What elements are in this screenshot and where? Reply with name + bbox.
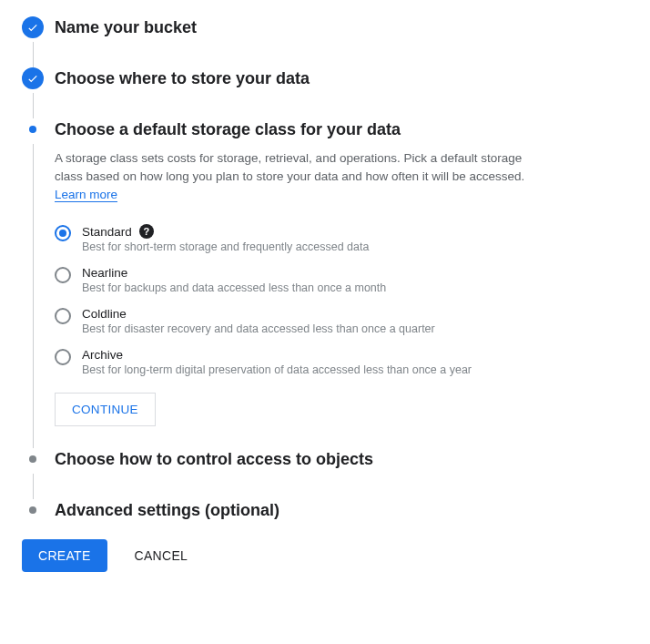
step-title[interactable]: Choose where to store your data — [55, 67, 628, 89]
cancel-button[interactable]: CANCEL — [135, 548, 188, 563]
option-standard[interactable]: Standard ? Best for short-term storage a… — [55, 224, 628, 253]
step-access-control: Choose how to control access to objects — [22, 448, 628, 499]
step-title[interactable]: Advanced settings (optional) — [55, 499, 628, 521]
option-sublabel: Best for disaster recovery and data acce… — [82, 322, 435, 335]
step-advanced: Advanced settings (optional) — [22, 499, 628, 521]
pending-dot-icon — [22, 499, 44, 521]
option-sublabel: Best for long-term digital preservation … — [82, 363, 472, 376]
check-icon — [22, 16, 44, 38]
radio-icon[interactable] — [55, 349, 71, 365]
radio-icon[interactable] — [55, 308, 71, 324]
step-title[interactable]: Name your bucket — [55, 16, 628, 38]
footer-actions: CREATE CANCEL — [22, 539, 628, 572]
pending-dot-icon — [22, 448, 44, 470]
step-name-bucket: Name your bucket — [22, 16, 628, 67]
radio-icon[interactable] — [55, 225, 71, 241]
option-label: Archive — [82, 348, 472, 362]
option-label: Nearline — [82, 266, 386, 280]
step-title[interactable]: Choose how to control access to objects — [55, 448, 628, 470]
active-dot-icon — [22, 118, 44, 140]
step-storage-class: Choose a default storage class for your … — [22, 118, 628, 448]
option-coldline[interactable]: Coldline Best for disaster recovery and … — [55, 307, 628, 335]
storage-class-options: Standard ? Best for short-term storage a… — [55, 224, 628, 376]
radio-icon[interactable] — [55, 267, 71, 283]
learn-more-link[interactable]: Learn more — [55, 188, 117, 202]
option-label: Standard — [82, 225, 132, 239]
option-sublabel: Best for short-term storage and frequent… — [82, 240, 369, 253]
stepper: Name your bucket Choose where to store y… — [22, 16, 628, 521]
step-location: Choose where to store your data — [22, 67, 628, 118]
step-description: A storage class sets costs for storage, … — [55, 149, 528, 204]
step-title: Choose a default storage class for your … — [55, 118, 628, 140]
option-sublabel: Best for backups and data accessed less … — [82, 281, 386, 294]
help-icon[interactable]: ? — [139, 224, 154, 239]
continue-button[interactable]: CONTINUE — [55, 393, 156, 426]
option-nearline[interactable]: Nearline Best for backups and data acces… — [55, 266, 628, 294]
create-button[interactable]: CREATE — [22, 539, 107, 572]
option-archive[interactable]: Archive Best for long-term digital prese… — [55, 348, 628, 376]
check-icon — [22, 67, 44, 89]
option-label: Coldline — [82, 307, 435, 321]
